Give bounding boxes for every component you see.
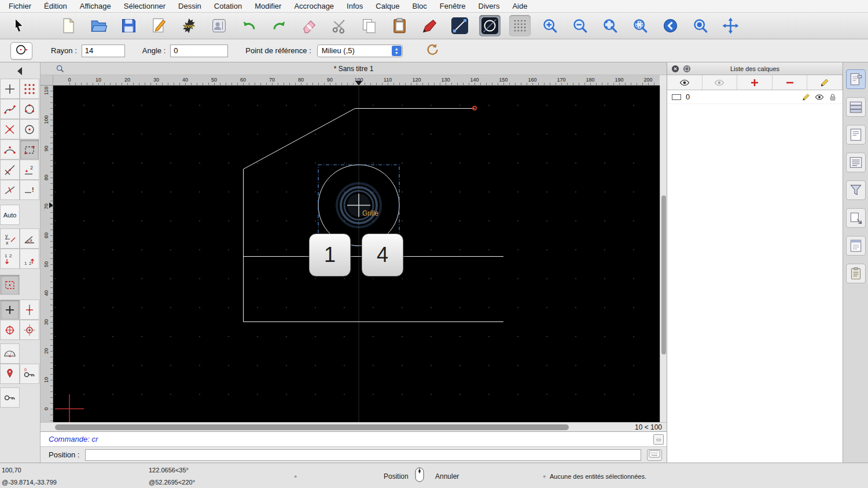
panel-list-icon[interactable] <box>846 153 866 172</box>
menu-modifier[interactable]: Modifier <box>255 2 281 10</box>
angle-input[interactable] <box>170 45 228 57</box>
svg-export-icon[interactable]: SVG <box>178 15 200 36</box>
panel-reference-icon[interactable] <box>846 208 866 228</box>
tool-spline-points[interactable] <box>0 99 20 119</box>
auto-button[interactable]: Auto <box>0 205 20 225</box>
menu-edition[interactable]: Édition <box>44 2 67 10</box>
open-folder-icon[interactable] <box>88 15 109 36</box>
menu-aide[interactable]: Aide <box>512 2 527 10</box>
menu-accrochage[interactable]: Accrochage <box>294 2 334 10</box>
menu-dessin[interactable]: Dessin <box>178 2 201 10</box>
show-all-eye-icon[interactable] <box>667 75 703 90</box>
save-icon[interactable] <box>118 15 139 36</box>
tool-plus-bold[interactable] <box>0 300 20 320</box>
tool-coord-yx[interactable]: yx <box>0 228 20 249</box>
layer-lock-icon[interactable] <box>827 92 838 102</box>
tool-snap-pin[interactable] <box>0 364 20 384</box>
zoom-window-icon[interactable] <box>630 15 651 36</box>
horizontal-scrollbar-thumb[interactable] <box>55 424 569 430</box>
zoom-selected-icon[interactable] <box>690 15 711 36</box>
eraser-icon[interactable] <box>299 15 320 36</box>
tool-circle-center[interactable] <box>20 119 39 139</box>
tool-key-plain[interactable] <box>0 387 20 408</box>
layer-visible-icon[interactable] <box>814 92 825 102</box>
edit-doc-icon[interactable] <box>148 15 170 36</box>
tool-protractor[interactable] <box>0 343 20 364</box>
layers-toolbar <box>667 75 843 90</box>
menu-bloc[interactable]: Bloc <box>412 2 426 10</box>
menu-divers[interactable]: Divers <box>479 2 500 10</box>
panel-report-icon[interactable] <box>846 236 866 256</box>
cursor-icon[interactable] <box>8 15 30 36</box>
zoom-out-icon[interactable] <box>569 15 591 36</box>
layer-row[interactable]: 0 <box>667 90 843 104</box>
tool-point-2[interactable]: 2 <box>20 160 39 180</box>
panel-sheet-icon[interactable] <box>846 125 866 145</box>
zoom-fit-icon[interactable] <box>599 15 621 36</box>
expand-command-button[interactable]: ▭ <box>653 434 664 445</box>
scissors-icon[interactable] <box>329 15 350 36</box>
grid-toggle-icon[interactable] <box>509 15 531 36</box>
panel-properties-icon[interactable] <box>846 69 866 89</box>
menu-infos[interactable]: Infos <box>347 2 363 10</box>
delete-layer-icon[interactable] <box>773 75 808 90</box>
reference-point-select[interactable]: Milieu (,5) ▲▼ <box>317 45 403 57</box>
tool-lines-angle[interactable] <box>0 160 20 180</box>
tool-ord-down[interactable]: 12 <box>0 249 20 269</box>
collapse-panel-button[interactable] <box>683 65 691 73</box>
tool-arc-3pt[interactable] <box>0 139 20 160</box>
line-style-icon[interactable] <box>449 15 470 36</box>
tool-snap-vertical[interactable] <box>20 300 39 320</box>
panel-structure-icon[interactable] <box>846 97 866 117</box>
menu-fenetre[interactable]: Fenêtre <box>440 2 466 10</box>
zoom-in-icon[interactable] <box>539 15 561 36</box>
tool-cross-red[interactable] <box>0 119 20 139</box>
vertical-scrollbar[interactable] <box>660 86 667 422</box>
copy-icon[interactable] <box>359 15 380 36</box>
menu-affichage[interactable]: Affichage <box>80 2 111 10</box>
pan-icon[interactable] <box>720 15 741 36</box>
tool-key-0[interactable]: 0 <box>20 364 39 384</box>
menu-selectionner[interactable]: Sélectionner <box>124 2 165 10</box>
hide-all-eye-icon[interactable] <box>703 75 738 90</box>
vertical-scrollbar-thumb[interactable] <box>661 195 666 354</box>
redo-icon[interactable] <box>269 15 290 36</box>
tool-collapse-arrow[interactable] <box>10 64 30 79</box>
radius-input[interactable] <box>82 45 125 57</box>
edit-layer-icon[interactable] <box>801 92 811 102</box>
tool-ord-up[interactable]: 12 <box>20 249 39 269</box>
tool-red-dash-rect[interactable] <box>0 275 20 295</box>
tool-line-exclaim[interactable]: ! <box>20 180 39 200</box>
rotate-reset-button[interactable] <box>424 42 441 60</box>
drawing-canvas[interactable]: Grille 1 4 <box>53 86 660 422</box>
tool-rect-2pt[interactable] <box>20 139 39 160</box>
panel-filter-icon[interactable] <box>846 180 866 200</box>
menu-cotation[interactable]: Cotation <box>214 2 242 10</box>
circle-tool-icon[interactable] <box>479 15 501 36</box>
layer-color-swatch[interactable] <box>672 94 681 100</box>
keypad-button[interactable] <box>647 449 662 461</box>
red-pen-icon[interactable] <box>419 15 440 36</box>
tool-line-slash[interactable] <box>0 180 20 200</box>
panel-clipboard-icon[interactable] <box>846 264 866 283</box>
zoom-back-icon[interactable] <box>660 15 681 36</box>
command-line[interactable]: Commande: cr ▭ <box>41 431 667 446</box>
undo-icon[interactable] <box>238 15 260 36</box>
tool-circle-3pt[interactable] <box>20 99 39 119</box>
paste-icon[interactable] <box>389 15 410 36</box>
position-input[interactable] <box>85 449 641 461</box>
menu-calque[interactable]: Calque <box>376 2 399 10</box>
tool-angle-a[interactable]: a <box>20 228 39 249</box>
tool-snap-circle-cross[interactable] <box>0 320 20 340</box>
active-tool-button[interactable] <box>10 42 32 60</box>
tool-point-cross[interactable] <box>0 79 20 99</box>
edit-layer-icon[interactable] <box>807 75 843 90</box>
close-panel-button[interactable] <box>671 65 679 73</box>
tool-point-grid[interactable] <box>20 79 39 99</box>
menu-fichier[interactable]: Fichier <box>9 2 31 10</box>
horizontal-scrollbar[interactable] <box>53 423 626 432</box>
tool-snap-circle-plus[interactable] <box>20 320 39 340</box>
contacts-icon[interactable] <box>208 15 230 36</box>
new-file-icon[interactable] <box>58 15 79 36</box>
add-layer-icon[interactable] <box>737 75 773 90</box>
